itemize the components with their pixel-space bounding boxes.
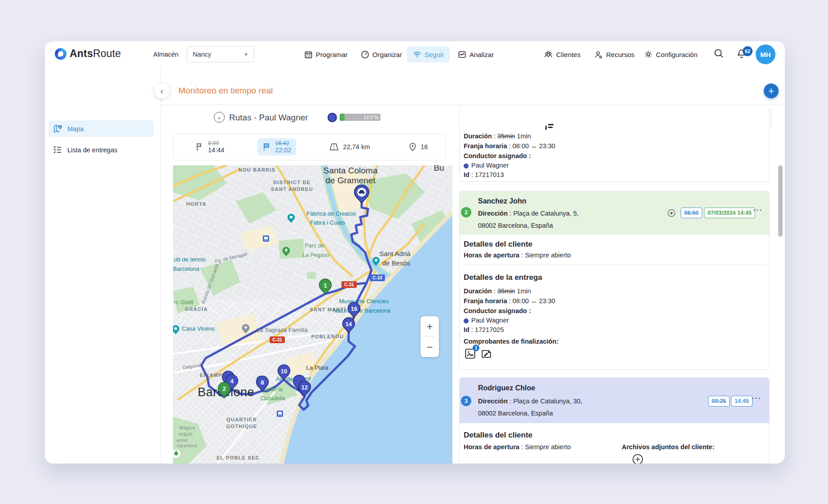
checklist-icon xyxy=(53,145,63,155)
map-label: ermé xyxy=(177,438,188,443)
search-button[interactable] xyxy=(713,48,725,61)
window-value: 08:00 ↔ 23:30 xyxy=(513,142,555,150)
stat-distance: 22,74 km xyxy=(328,142,370,152)
panel-scrollbar[interactable] xyxy=(778,165,783,237)
stat-start: 8:0014:44 xyxy=(195,140,224,154)
id-label: Id xyxy=(464,326,469,333)
sidebar: Mapa Lista de entregas xyxy=(45,67,161,464)
duration-old: 35min xyxy=(497,133,515,140)
tab-organizar-label: Organizar xyxy=(372,51,402,58)
map-label: Ciutadella xyxy=(260,395,285,402)
signpost-icon xyxy=(413,50,421,59)
opening-label: Horas de apertura xyxy=(464,252,519,259)
zoom-out-button[interactable]: − xyxy=(421,337,439,357)
proofs-title: Comprobantes de finalización: xyxy=(464,338,558,345)
opening-value: Siempre abierto xyxy=(525,443,571,451)
stop-address-line2: 08002 Barcelona, España xyxy=(478,410,553,417)
driver-line: Conductor asignado : xyxy=(464,307,531,314)
sidebar-item-mapa[interactable]: Mapa xyxy=(49,120,154,137)
sidebar-item-lista-de-entregas[interactable]: Lista de entregas xyxy=(49,141,154,158)
map-icon xyxy=(53,124,63,134)
driver-color-dot xyxy=(464,164,469,168)
svg-text:C-10: C-10 xyxy=(372,275,382,280)
stop-header-sanchez: 2 Sanchez John Dirección : Plaça de Cata… xyxy=(460,191,769,235)
tab-analizar[interactable]: Analizar xyxy=(458,46,494,62)
warehouse-select[interactable]: Nancy ▼ xyxy=(187,46,254,62)
map-label: EL POBLE SEC xyxy=(217,455,260,460)
delivery-card-sanchez[interactable]: 2 Sanchez John Dirección : Plaça de Cata… xyxy=(459,191,770,370)
duration-new: 1min xyxy=(517,287,531,295)
avatar[interactable]: MH xyxy=(756,44,775,64)
nav-clientes-label: Clientes xyxy=(556,51,580,58)
brand-logo[interactable]: AntsRoute xyxy=(55,48,121,60)
locate-icon[interactable] xyxy=(666,208,677,218)
pin-icon xyxy=(408,142,417,152)
map-label: POBLENOU xyxy=(311,334,344,339)
tab-seguir[interactable]: Seguir xyxy=(407,46,450,62)
planned-time-chip[interactable]: 09:25 xyxy=(708,396,730,407)
add-attachment-button[interactable] xyxy=(632,453,644,464)
notification-count-badge: 62 xyxy=(743,46,753,56)
id-value: 17217013 xyxy=(475,171,504,178)
nav-clientes[interactable]: Clientes xyxy=(544,46,580,62)
opening-label: Horas de apertura xyxy=(464,443,519,451)
address-label: Dirección xyxy=(478,210,508,217)
signature-proof-icon[interactable] xyxy=(480,348,492,360)
driver-name: Paul Wagner xyxy=(471,317,509,324)
stop-menu-button[interactable]: ··· xyxy=(753,206,763,214)
nav-recursos[interactable]: Recursos xyxy=(594,46,634,62)
client-details-title: Detalles del cliente xyxy=(464,240,532,249)
stop-number-badge: 3 xyxy=(461,396,471,406)
zoom-in-button[interactable]: + xyxy=(421,316,439,336)
distance-value: 22,74 km xyxy=(343,143,370,150)
planned-time-chip[interactable]: 08:50 xyxy=(681,208,702,218)
id-label: Id xyxy=(464,171,469,178)
duration-line: Duración : 35min 1min xyxy=(464,133,531,140)
map-label: Santa Coloma xyxy=(323,166,378,175)
svg-text:C-31: C-31 xyxy=(272,337,282,342)
map-canvas[interactable]: C-31 C-10 C-31 xyxy=(173,165,452,464)
map-label: NOU BARRIS xyxy=(239,167,276,172)
address-label: Dirección xyxy=(478,398,508,405)
tab-organizar[interactable]: Organizar xyxy=(361,46,402,62)
page-back-button[interactable]: ‹ xyxy=(154,83,169,98)
duration-label: Duración xyxy=(464,133,492,140)
nav-configuracion[interactable]: Configuración xyxy=(644,46,698,62)
stop-menu-button[interactable]: ··· xyxy=(752,394,762,402)
tab-programar-label: Programar xyxy=(316,51,348,58)
actual-time-chip[interactable]: 14:45 xyxy=(731,396,753,407)
finish-flag-icon xyxy=(262,142,271,152)
duration-old: 35min xyxy=(497,287,515,295)
antsroute-logo-icon xyxy=(55,48,66,60)
header-divider xyxy=(161,105,785,105)
stop-marker-label: 4 xyxy=(230,378,234,385)
map-label: de Gramenet xyxy=(326,176,376,185)
sidebar-item-mapa-label: Mapa xyxy=(67,125,84,133)
chart-icon xyxy=(458,50,466,59)
map-zoom-control: + − xyxy=(421,316,439,357)
deliveries-panel: Duración : 35min 1min Franja horaria : 0… xyxy=(459,107,770,464)
route-back-button[interactable]: ‹ xyxy=(214,112,225,123)
map-label: rairement xyxy=(177,443,197,448)
map-label: DISTRICT DE xyxy=(273,180,310,185)
stops-count: 16 xyxy=(421,143,428,150)
add-button[interactable]: + xyxy=(764,84,779,98)
actual-time-chip[interactable]: 07/03/2024 14:45 xyxy=(704,208,755,218)
tab-programar[interactable]: Programar xyxy=(304,46,348,62)
map-label: Fàbrica de Creació xyxy=(306,210,356,217)
photo-count-badge: 1 xyxy=(473,345,479,351)
truncated-icon xyxy=(545,124,553,130)
duration-new: 1min xyxy=(517,133,531,140)
flag-icon xyxy=(195,142,204,152)
map-label: ub de tennis xyxy=(174,256,206,263)
delivery-card-rodriguez[interactable]: 3 Rodriguez Chloe Dirección : Plaça de C… xyxy=(459,377,770,464)
stop-marker-label: 12 xyxy=(301,384,308,391)
driver-color-dot xyxy=(328,113,337,122)
map-label: La Sagrada Família xyxy=(257,327,308,333)
map-label: SANT ANDREU xyxy=(271,186,313,192)
driver-name-line: Paul Wagner xyxy=(464,317,509,324)
opening-hours-line: Horas de apertura : Siempre abierto xyxy=(464,443,571,451)
map-label: GOTHIQUE xyxy=(226,424,257,429)
plus-icon: + xyxy=(768,85,774,97)
end-planned: 16:42 xyxy=(275,140,291,146)
